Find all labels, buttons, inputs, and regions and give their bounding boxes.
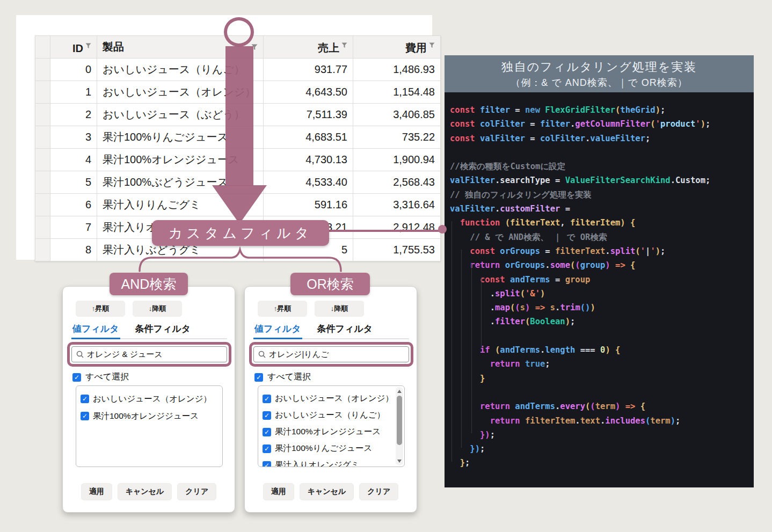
code-line [450,145,754,159]
checkbox-checked-icon[interactable]: ✓ [263,461,271,468]
filter-funnel-icon[interactable] [429,39,435,51]
list-item[interactable]: ✓おいしいジュース（りんご） [263,407,403,424]
checkbox-checked-icon[interactable]: ✓ [263,411,271,420]
grid-cell[interactable]: 3,316.64 [353,194,441,216]
cancel-button[interactable]: キャンセル [118,483,172,500]
tab-condition-filter[interactable]: 条件フィルタ [316,322,374,339]
grid-cell[interactable]: 4,533.40 [264,171,353,194]
sort-descending-button[interactable]: ↓降順 [133,301,182,317]
grid-corner-cell [35,36,50,59]
sort-descending-button[interactable]: ↓降順 [315,301,364,317]
column-header-id[interactable]: ID [50,36,97,59]
list-item[interactable]: ✓果汁100%りんごジュース [263,440,403,457]
checkbox-checked-icon[interactable]: ✓ [81,395,89,403]
grid-cell[interactable]: 4,730.13 [264,149,353,171]
list-item[interactable]: ✓果汁100%オレンジジュース [81,407,221,425]
checkbox-checked-icon[interactable]: ✓ [72,373,81,382]
select-all-label: すべて選択 [85,371,129,383]
grid-cell[interactable]: 1,486.93 [353,59,441,81]
checkbox-checked-icon[interactable]: ✓ [263,428,271,436]
grid-cell[interactable]: 1 [50,81,97,104]
grid-cell[interactable]: 591.16 [264,194,353,216]
code-line: if (andTerms.length === 0) { [450,343,754,357]
value-list[interactable]: ✓おいしいジュース（オレンジ）✓果汁100%オレンジジュース [76,385,223,467]
list-item-label: 果汁入りオレンジグミ [275,460,360,467]
value-list[interactable]: ✓おいしいジュース（オレンジ）✓おいしいジュース（りんご）✓果汁100%オレンジ… [258,385,405,467]
list-item-label: おいしいジュース（オレンジ） [275,393,394,404]
grid-cell[interactable]: 2,568.43 [353,171,441,194]
filter-funnel-icon[interactable] [341,39,347,51]
row-header-cell[interactable] [35,171,50,194]
callout-arrow-head-icon [212,185,267,224]
scrollbar-thumb[interactable] [397,396,402,445]
apply-button[interactable]: 適用 [81,483,112,500]
row-header-cell[interactable] [35,194,50,216]
code-line [450,385,754,399]
code-line: valFilter.customFilter = [450,202,754,216]
cancel-button[interactable]: キャンセル [300,483,354,500]
code-line: function (filterText, filterItem) { [450,216,754,230]
grid-cell[interactable]: 4 [50,149,97,171]
tab-value-filter[interactable]: 値フィルタ [253,322,302,339]
grid-cell[interactable]: 7,511.39 [264,104,353,126]
list-scrollbar[interactable] [396,387,403,465]
row-header-cell[interactable] [35,126,50,149]
list-item[interactable]: ✓おいしいジュース（オレンジ） [81,390,221,407]
column-header-sales[interactable]: 売上 [264,36,353,59]
scroll-up-icon[interactable] [397,390,402,393]
grid-cell[interactable]: 0 [50,59,97,81]
grid-cell[interactable]: 735.22 [353,126,441,149]
grid-cell[interactable]: 5 [50,171,97,194]
code-line: // & で AND検索、 ｜ で OR検索 [450,230,754,244]
row-header-cell[interactable] [35,81,50,104]
apply-button[interactable]: 適用 [263,483,294,500]
checkbox-checked-icon[interactable]: ✓ [263,395,271,403]
code-line: const valFilter = colFilter.valueFilter; [450,132,754,145]
grid-cell[interactable]: 2,912.48 [353,216,441,239]
row-header-cell[interactable] [35,149,50,171]
scroll-down-icon[interactable] [397,460,402,463]
code-editor[interactable]: const filter = new FlexGridFilter(theGri… [445,92,754,487]
grid-cell[interactable]: 931.77 [264,59,353,81]
checkbox-checked-icon[interactable]: ✓ [263,444,271,453]
list-item[interactable]: ✓おいしいジュース（オレンジ） [263,390,403,407]
checkbox-checked-icon[interactable]: ✓ [81,412,89,420]
grid-cell[interactable]: 3 [50,126,97,149]
sort-ascending-button[interactable]: ↑昇順 [76,301,125,317]
code-line: const colFilter = filter.getColumnFilter… [450,117,754,131]
list-item[interactable]: ✓果汁100%オレンジジュース [263,424,403,440]
clear-button[interactable]: クリア [359,483,398,500]
grid-cell[interactable]: 8 [50,239,97,261]
clear-button[interactable]: クリア [177,483,216,500]
sort-ascending-button[interactable]: ↑昇順 [258,301,307,317]
indent-guide [451,221,452,462]
row-header-cell[interactable] [35,216,50,239]
tab-value-filter[interactable]: 値フィルタ [71,322,120,339]
filter-popup-and: ↑昇順 ↓降順 値フィルタ 条件フィルタ オレンジ & ジュース ✓ すべて選択… [62,286,235,513]
grid-cell[interactable]: 1,154.48 [353,81,441,104]
list-item[interactable]: ✓果汁入りオレンジグミ [263,457,403,467]
row-header-cell[interactable] [35,104,50,126]
grid-cell[interactable]: 7 [50,216,97,239]
code-line: return orGroups.some((group) => { [450,258,754,272]
select-all-row[interactable]: ✓ すべて選択 [72,371,129,383]
code-line: .filter(Boolean); [450,315,754,329]
connector-endpoint-dot [438,225,447,234]
checkbox-checked-icon[interactable]: ✓ [254,373,263,382]
grid-cell[interactable]: 2 [50,104,97,126]
code-line: .split('&') [450,287,754,301]
column-header-cost[interactable]: 費用 [353,36,441,59]
grid-cell[interactable]: 1,900.94 [353,149,441,171]
filter-funnel-icon[interactable] [85,39,91,52]
grid-cell[interactable]: 4,683.51 [264,126,353,149]
row-header-cell[interactable] [35,59,50,81]
search-highlight-annotation [67,342,231,367]
code-line: return true; [450,357,754,371]
grid-cell[interactable]: 6 [50,194,97,216]
row-header-cell[interactable] [35,239,50,261]
grid-cell[interactable]: 1,755.53 [353,239,441,261]
grid-cell[interactable]: 4,643.50 [264,81,353,104]
grid-cell[interactable]: 3,406.85 [353,104,441,126]
select-all-row[interactable]: ✓ すべて選択 [254,371,311,383]
tab-condition-filter[interactable]: 条件フィルタ [134,322,192,339]
